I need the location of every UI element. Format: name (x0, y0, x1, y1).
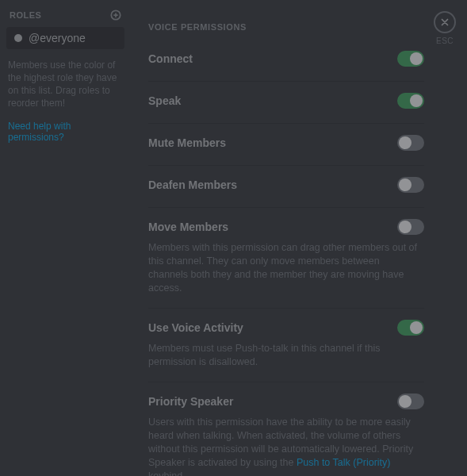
roles-sidebar: ROLES @everyone Members use the color of… (0, 0, 131, 151)
perm-connect: Connect (148, 41, 424, 79)
divider (148, 382, 424, 382)
permissions-panel: VOICE PERMISSIONS Connect Speak Mute Mem… (139, 0, 432, 476)
divider (148, 165, 424, 166)
close-button[interactable] (434, 11, 456, 33)
perm-speak-toggle[interactable] (397, 93, 424, 109)
close-area: ESC (434, 11, 456, 45)
perm-priority-label: Priority Speaker (148, 395, 233, 408)
perm-voice-activity: Use Voice Activity Members must use Push… (148, 310, 424, 380)
roles-header: ROLES (6, 8, 124, 27)
divider (148, 308, 424, 309)
roles-note: Members use the color of the highest rol… (8, 59, 123, 109)
perm-vad-label: Use Voice Activity (148, 321, 243, 334)
close-label: ESC (434, 36, 456, 45)
roles-header-label: ROLES (10, 10, 41, 20)
perm-deafen-toggle[interactable] (397, 177, 424, 193)
perm-vad-toggle[interactable] (397, 320, 424, 336)
perm-move-label: Move Members (148, 221, 228, 233)
perm-priority-desc: Users with this permission have the abil… (148, 416, 424, 476)
section-title: VOICE PERMISSIONS (148, 22, 424, 32)
role-color-dot (14, 34, 22, 42)
perm-connect-toggle[interactable] (397, 51, 424, 67)
perm-mute-toggle[interactable] (397, 135, 424, 151)
divider (148, 123, 424, 124)
perm-move-desc: Members with this permission can drag ot… (148, 241, 424, 295)
divider (148, 207, 424, 208)
perm-priority-desc-post: keybind. (148, 470, 186, 476)
perm-priority-toggle[interactable] (397, 393, 424, 409)
close-icon (439, 17, 450, 28)
perm-deafen-label: Deafen Members (148, 178, 237, 191)
perm-priority-speaker: Priority Speaker Users with this permiss… (148, 384, 424, 476)
divider (148, 81, 424, 82)
permissions-help-link[interactable]: Need help with permissions? (8, 121, 123, 143)
perm-mute-members: Mute Members (148, 125, 424, 163)
perm-mute-label: Mute Members (148, 136, 226, 149)
perm-deafen-members: Deafen Members (148, 167, 424, 205)
add-role-icon[interactable] (110, 10, 121, 21)
perm-move-members: Move Members Members with this permissio… (148, 209, 424, 306)
role-name: @everyone (29, 32, 86, 44)
perm-speak-label: Speak (148, 94, 181, 107)
perm-connect-label: Connect (148, 52, 193, 65)
perm-speak: Speak (148, 83, 424, 121)
push-to-talk-priority-link[interactable]: Push to Talk (Priority) (297, 457, 391, 468)
role-item-everyone[interactable]: @everyone (6, 27, 124, 49)
perm-vad-desc: Members must use Push-to-talk in this ch… (148, 342, 424, 369)
perm-move-toggle[interactable] (397, 219, 424, 235)
